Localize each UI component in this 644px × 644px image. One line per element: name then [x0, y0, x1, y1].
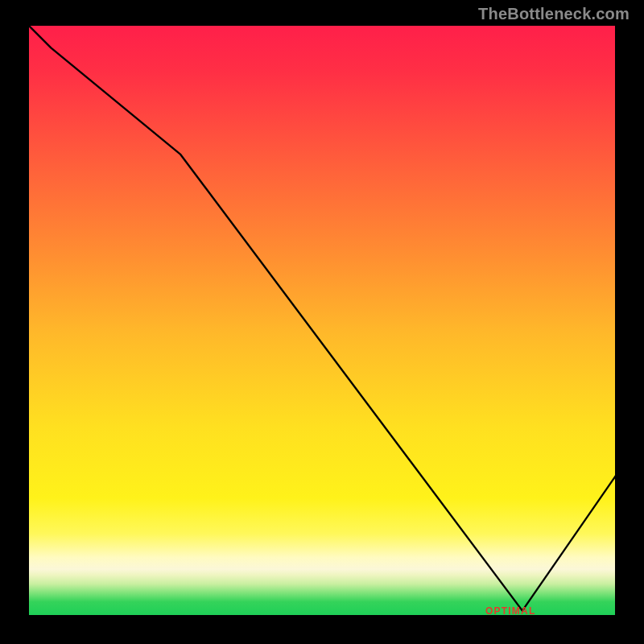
- plot-area: OPTIMAL: [27, 24, 617, 617]
- watermark-text: TheBottleneck.com: [478, 5, 630, 23]
- bottleneck-curve: [27, 24, 617, 617]
- optimal-label: OPTIMAL: [485, 605, 535, 617]
- chart-frame: TheBottleneck.com OPTIMAL: [0, 0, 644, 644]
- plot-inner: OPTIMAL: [27, 24, 617, 617]
